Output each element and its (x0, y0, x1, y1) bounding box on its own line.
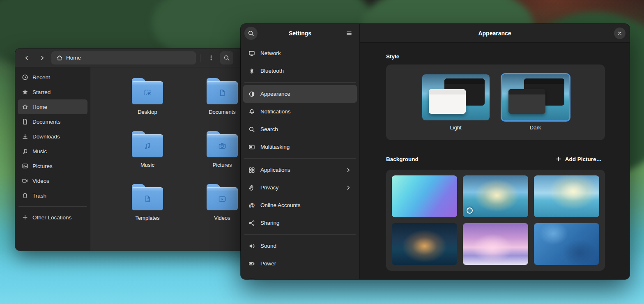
wallpaper-thumb-day-selected[interactable] (463, 175, 528, 217)
wallpaper-thumb-night[interactable] (392, 223, 457, 265)
sidebar-item-pictures[interactable]: Pictures (18, 159, 87, 173)
nav-item-sharing[interactable]: Sharing (243, 214, 357, 232)
share-icon (248, 220, 255, 226)
display-icon (248, 278, 255, 280)
wallpaper-thumb-abstract[interactable] (392, 175, 457, 217)
settings-sidebar: Settings Network Bluetooth Appearance No (241, 24, 360, 279)
style-option-light[interactable]: Light (422, 74, 490, 131)
nav-item-applications[interactable]: Applications (243, 161, 357, 179)
sidebar-item-trash[interactable]: Trash (18, 188, 87, 203)
sidebar-item-label: Trash (32, 193, 46, 199)
sidebar-item-label: Pictures (32, 163, 53, 169)
nav-item-label: Multitasking (260, 144, 290, 150)
folder-item-templates[interactable]: Templates (110, 182, 185, 235)
sidebar-item-starred[interactable]: Starred (18, 85, 87, 99)
path-bar[interactable]: Home (51, 51, 196, 64)
nav-separator (244, 158, 356, 159)
nav-item-multitasking[interactable]: Multitasking (243, 138, 357, 156)
trash-icon (22, 192, 28, 199)
desktop-emblem-icon (143, 89, 152, 97)
video-camera-icon (22, 177, 28, 184)
at-sign-icon: @ (248, 202, 255, 209)
view-menu-button[interactable] (205, 51, 218, 64)
sidebar-item-downloads[interactable]: Downloads (18, 129, 87, 144)
music-emblem-icon (143, 142, 152, 150)
wallpaper-thumb-knots[interactable] (534, 223, 599, 265)
nav-item-privacy[interactable]: Privacy (243, 179, 357, 196)
settings-panel-headerbar: Appearance (360, 24, 630, 43)
sidebar-item-music[interactable]: Music (18, 144, 87, 159)
light-theme-preview[interactable] (422, 74, 490, 120)
music-note-icon (22, 148, 28, 154)
folder-label: Documents (209, 109, 236, 115)
nav-item-sound[interactable]: Sound (243, 237, 357, 255)
add-picture-button[interactable]: Add Picture… (552, 153, 605, 165)
sidebar-item-other-locations[interactable]: Other Locations (18, 210, 87, 225)
nav-item-online-accounts[interactable]: @ Online Accounts (243, 196, 357, 214)
folder-icon (132, 131, 163, 157)
appearance-icon (248, 91, 255, 97)
background-section-header: Background Add Picture… (386, 153, 605, 165)
sidebar-item-documents[interactable]: Documents (18, 114, 87, 129)
chevron-right-icon (345, 184, 352, 191)
folder-icon (207, 131, 238, 157)
folder-label: Pictures (213, 162, 232, 168)
nav-item-label: Sharing (260, 220, 280, 226)
nav-item-network[interactable]: Network (243, 44, 357, 62)
nav-separator (244, 234, 356, 235)
style-option-label: Dark (530, 124, 541, 131)
wallpaper-grid-card (386, 170, 605, 271)
nav-item-label: Displays (260, 278, 281, 279)
sidebar-item-home[interactable]: Home (18, 99, 87, 114)
toolbar-separator (200, 54, 200, 62)
kebab-menu-icon (208, 55, 214, 61)
nav-item-notifications[interactable]: Notifications (243, 103, 357, 120)
preview-front-window (429, 89, 466, 114)
search-toggle-button[interactable] (220, 51, 233, 64)
nav-item-power[interactable]: Power (243, 255, 357, 272)
folder-icon (132, 78, 163, 104)
primary-menu-button[interactable] (343, 27, 356, 40)
sidebar-item-label: Videos (32, 178, 49, 184)
nav-item-search[interactable]: Search (243, 120, 357, 138)
chevron-left-icon (23, 55, 30, 61)
style-option-dark[interactable]: Dark (502, 74, 569, 131)
nav-item-label: Online Accounts (260, 202, 301, 208)
sidebar-item-label: Other Locations (32, 214, 71, 221)
nav-item-bluetooth[interactable]: Bluetooth (243, 62, 357, 80)
wallpaper-thumb-morning[interactable] (534, 175, 599, 217)
path-label: Home (66, 55, 81, 61)
search-icon (248, 126, 255, 133)
folder-item-desktop[interactable]: Desktop (110, 76, 185, 129)
sidebar-item-videos[interactable]: Videos (18, 173, 87, 188)
nav-separator (244, 82, 356, 83)
hamburger-menu-icon (346, 30, 352, 37)
settings-search-button[interactable] (244, 27, 258, 40)
preview-front-window (508, 89, 545, 114)
nav-item-displays[interactable]: Displays (243, 272, 357, 279)
close-icon (616, 30, 623, 37)
back-button[interactable] (20, 51, 33, 64)
multitasking-icon (248, 144, 255, 150)
nav-item-label: Applications (260, 167, 290, 173)
settings-panel: Appearance Style Light (360, 24, 630, 279)
folder-label: Videos (214, 215, 230, 221)
video-emblem-icon (218, 195, 226, 203)
search-icon (223, 55, 230, 61)
folder-label: Music (140, 162, 154, 168)
sidebar-item-recent[interactable]: Recent (18, 70, 87, 85)
dark-theme-preview[interactable] (502, 74, 569, 120)
nav-item-label: Appearance (260, 91, 290, 97)
plus-icon (555, 156, 562, 162)
nav-item-appearance[interactable]: Appearance (243, 85, 357, 103)
wallpaper-thumb-winter[interactable] (463, 223, 528, 265)
close-button[interactable] (614, 28, 626, 39)
hand-privacy-icon (248, 184, 255, 191)
add-picture-label: Add Picture… (565, 156, 602, 162)
sidebar-item-label: Starred (32, 89, 51, 95)
forward-button[interactable] (36, 51, 49, 64)
selected-check-icon (467, 207, 473, 214)
nav-item-label: Power (260, 260, 276, 267)
settings-window-title: Settings (289, 30, 311, 37)
folder-item-music[interactable]: Music (110, 129, 185, 182)
